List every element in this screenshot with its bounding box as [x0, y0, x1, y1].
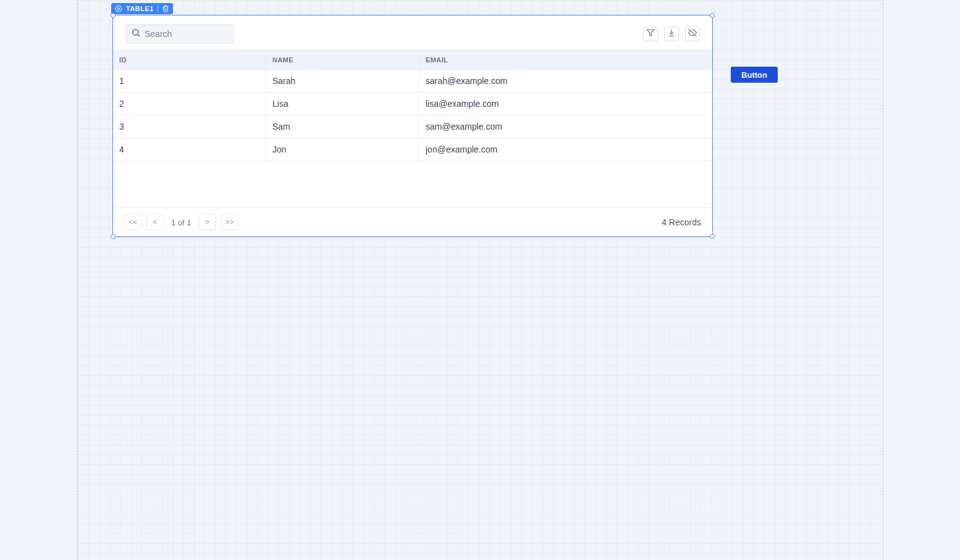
resize-handle-bottom-right[interactable]: [710, 234, 715, 239]
cell-name: Sam: [266, 115, 419, 138]
cell-email: lisa@example.com: [419, 93, 712, 115]
page-next-button[interactable]: >: [199, 214, 216, 230]
svg-marker-3: [647, 30, 654, 36]
table-footer: << < 1 of 1 > >> 4 Records: [113, 207, 712, 236]
table-row[interactable]: 2 Lisa lisa@example.com: [113, 93, 712, 115]
page-last-button[interactable]: >>: [221, 214, 238, 230]
records-count: 4 Records: [662, 217, 701, 227]
table-row[interactable]: 4 Jon jon@example.com: [113, 138, 712, 161]
table-body: 1 Sarah sarah@example.com 2 Lisa lisa@ex…: [113, 70, 712, 161]
cell-email: sarah@example.com: [419, 70, 712, 92]
cell-name: Sarah: [266, 70, 419, 92]
svg-point-0: [118, 8, 120, 10]
table-grid: ID NAME EMAIL 1 Sarah sarah@example.com …: [113, 50, 712, 207]
separator: [158, 5, 158, 12]
eye-off-icon: [688, 28, 697, 40]
cell-email: sam@example.com: [419, 115, 712, 138]
filter-button[interactable]: [643, 27, 658, 41]
button-label: Button: [741, 70, 767, 80]
page-prev-button[interactable]: <: [146, 214, 164, 230]
search-input[interactable]: [145, 29, 229, 39]
cell-id: 4: [113, 138, 266, 161]
svg-line-2: [138, 35, 140, 36]
page-first-button[interactable]: <<: [124, 214, 141, 230]
page-info: 1 of 1: [169, 218, 194, 227]
cell-id: 3: [113, 115, 266, 138]
table-row[interactable]: 3 Sam sam@example.com: [113, 115, 712, 138]
table-widget[interactable]: ID NAME EMAIL 1 Sarah sarah@example.com …: [112, 15, 713, 237]
table-row[interactable]: 1 Sarah sarah@example.com: [113, 70, 712, 93]
trash-icon[interactable]: [162, 5, 169, 12]
cell-name: Jon: [266, 138, 419, 161]
cell-id: 2: [113, 93, 266, 115]
resize-handle-top-right[interactable]: [710, 13, 715, 18]
visibility-off-button[interactable]: [685, 27, 700, 41]
download-button[interactable]: [664, 27, 679, 41]
cell-email: jon@example.com: [419, 138, 712, 161]
svg-point-1: [133, 30, 138, 35]
cell-id: 1: [113, 70, 266, 92]
column-header-id[interactable]: ID: [113, 51, 266, 69]
table-header-row: ID NAME EMAIL: [113, 50, 712, 70]
gear-icon[interactable]: [115, 5, 122, 12]
search-box[interactable]: [125, 24, 234, 44]
download-icon: [667, 28, 676, 40]
filter-icon: [646, 28, 655, 40]
pager: << < 1 of 1 > >>: [124, 214, 238, 230]
widget-selection-header[interactable]: TABLE1: [111, 3, 173, 14]
search-icon: [131, 28, 141, 40]
column-header-name[interactable]: NAME: [266, 51, 419, 69]
resize-handle-top-left[interactable]: [111, 13, 116, 18]
button-widget[interactable]: Button: [731, 67, 778, 83]
widget-name-label: TABLE1: [126, 5, 154, 12]
resize-handle-bottom-left[interactable]: [111, 234, 116, 239]
table-toolbar: [113, 15, 712, 50]
column-header-email[interactable]: EMAIL: [419, 51, 712, 69]
cell-name: Lisa: [266, 93, 419, 115]
